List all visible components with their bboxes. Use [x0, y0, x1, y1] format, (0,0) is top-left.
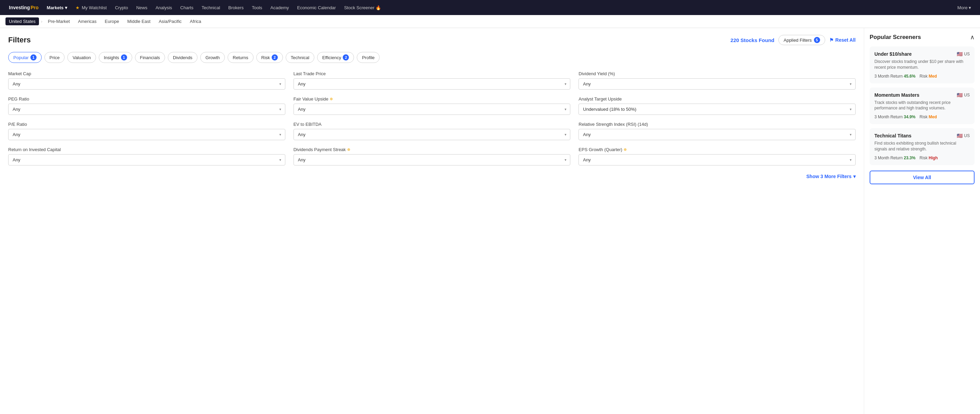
- filter-market-cap-label: Market Cap: [8, 71, 285, 76]
- tab-technical[interactable]: Technical: [286, 52, 314, 63]
- tab-risk-label: Risk: [261, 55, 270, 60]
- filter-pe-ratio-label: P/E Ratio: [8, 122, 285, 127]
- sub-nav: United States › Pre-Market Americas Euro…: [0, 15, 980, 28]
- applied-filters-badge: 5: [814, 37, 820, 43]
- dividends-streak-pro-icon: ⊕: [347, 147, 350, 152]
- applied-filters-label: Applied Filters: [784, 38, 811, 43]
- filter-ev-ebitda-select[interactable]: Any: [294, 129, 571, 140]
- tab-efficiency[interactable]: Efficiency 2: [317, 52, 354, 63]
- filter-dividends-streak-select[interactable]: Any: [294, 154, 571, 166]
- filter-last-trade-price-label: Last Trade Price: [294, 71, 571, 76]
- filter-eps-growth-quarter-label: EPS Growth (Quarter) ⊕: [579, 147, 856, 152]
- screener-under-10-header: Under $10/share 🇺🇸 US: [874, 51, 970, 57]
- subnav-africa[interactable]: Africa: [186, 18, 205, 25]
- filter-dividend-yield: Dividend Yield (%) Any: [579, 71, 856, 89]
- screener-momentum-risk-value: Med: [929, 115, 937, 119]
- filter-pe-ratio-wrapper: Any: [8, 129, 285, 140]
- nav-more[interactable]: More ▾: [954, 3, 975, 12]
- nav-technical[interactable]: Technical: [198, 3, 223, 12]
- main-layout: Filters 220 Stocks Found Applied Filters…: [0, 28, 980, 414]
- screener-momentum-name[interactable]: Momentum Masters: [874, 92, 919, 98]
- screener-under-10-region-label: US: [964, 52, 970, 56]
- screener-technical-titans-name[interactable]: Technical Titans: [874, 133, 911, 139]
- nav-economic-calendar[interactable]: Economic Calendar: [294, 3, 339, 12]
- tab-profile-label: Profile: [362, 55, 374, 60]
- tab-growth[interactable]: Growth: [200, 52, 225, 63]
- subnav-united-states[interactable]: United States: [5, 18, 39, 25]
- tab-financials[interactable]: Financials: [135, 52, 165, 63]
- filter-tabs: Popular 1 Price Valuation Insights 1 Fin…: [8, 52, 856, 63]
- view-all-button[interactable]: View All: [870, 170, 975, 184]
- screener-technical-titans-region: 🇺🇸 US: [957, 133, 970, 139]
- filters-meta: 220 Stocks Found Applied Filters 5 ⚑ Res…: [730, 35, 856, 45]
- filter-eps-growth-quarter-select[interactable]: Any: [579, 154, 856, 166]
- filter-fair-value-upside-select[interactable]: Any: [294, 104, 571, 115]
- screener-technical-titans-region-label: US: [964, 133, 970, 138]
- filter-eps-growth-quarter-wrapper: Any: [579, 154, 856, 166]
- subnav-asia-pacific[interactable]: Asia/Pacific: [155, 18, 185, 25]
- tab-financials-label: Financials: [140, 55, 160, 60]
- nav-markets[interactable]: Markets ▾: [43, 3, 71, 12]
- tab-profile[interactable]: Profile: [357, 52, 380, 63]
- screener-card-under-10: Under $10/share 🇺🇸 US Discover stocks tr…: [870, 46, 975, 83]
- filter-dividends-streak-label: Dividends Payment Streak ⊕: [294, 147, 571, 152]
- filter-peg-ratio-label: PEG Ratio: [8, 96, 285, 102]
- reset-all-button[interactable]: ⚑ Reset All: [829, 37, 856, 43]
- filter-last-trade-price-select[interactable]: Any: [294, 78, 571, 89]
- screener-under-10-risk: Risk Med: [920, 74, 937, 79]
- tab-valuation[interactable]: Valuation: [67, 52, 95, 63]
- screener-momentum-region: 🇺🇸 US: [957, 92, 970, 98]
- filter-ev-ebitda: EV to EBITDA Any: [294, 122, 571, 140]
- screener-technical-titans-risk-value: High: [929, 156, 938, 160]
- tab-insights[interactable]: Insights 1: [99, 52, 132, 63]
- nav-analysis[interactable]: Analysis: [152, 3, 175, 12]
- filter-roic-wrapper: Any: [8, 154, 285, 166]
- filter-dividend-yield-wrapper: Any: [579, 78, 856, 89]
- screener-card-momentum: Momentum Masters 🇺🇸 US Track stocks with…: [870, 88, 975, 124]
- subnav-americas[interactable]: Americas: [75, 18, 100, 25]
- screener-momentum-return-value: 34.9%: [904, 115, 915, 119]
- filter-roic-select[interactable]: Any: [8, 154, 285, 166]
- brand-logo[interactable]: InvestingPro: [5, 3, 42, 12]
- nav-stock-screener[interactable]: Stock Screener 🔥: [340, 3, 385, 12]
- nav-news[interactable]: News: [133, 3, 151, 12]
- filter-ev-ebitda-wrapper: Any: [294, 129, 571, 140]
- tab-popular[interactable]: Popular 1: [8, 52, 42, 63]
- screener-technical-titans-flag: 🇺🇸: [957, 133, 963, 139]
- filter-analyst-target-upside-wrapper: Undervalued (18% to 50%): [579, 104, 856, 115]
- filter-dividend-yield-select[interactable]: Any: [579, 78, 856, 89]
- tab-dividends-label: Dividends: [173, 55, 192, 60]
- nav-crypto[interactable]: Crypto: [111, 3, 131, 12]
- applied-filters-button[interactable]: Applied Filters 5: [778, 35, 825, 45]
- filter-market-cap-select[interactable]: Any: [8, 78, 285, 89]
- stocks-found[interactable]: 220 Stocks Found: [730, 37, 774, 43]
- tab-risk[interactable]: Risk 2: [256, 52, 283, 63]
- filter-analyst-target-upside-select[interactable]: Undervalued (18% to 50%): [579, 104, 856, 115]
- filter-analyst-target-upside: Analyst Target Upside Undervalued (18% t…: [579, 96, 856, 115]
- tab-efficiency-badge: 2: [343, 54, 349, 61]
- nav-tools[interactable]: Tools: [248, 3, 266, 12]
- screener-under-10-name[interactable]: Under $10/share: [874, 51, 912, 57]
- filter-rsi-select[interactable]: Any: [579, 129, 856, 140]
- tab-returns[interactable]: Returns: [228, 52, 253, 63]
- filter-fair-value-upside-label: Fair Value Upside ⊕: [294, 96, 571, 102]
- tab-popular-badge: 1: [30, 54, 37, 61]
- show-more-filters-button[interactable]: Show 3 More Filters ▾: [807, 174, 856, 179]
- filter-rsi: Relative Strength Index (RSI) (14d) Any: [579, 122, 856, 140]
- nav-charts[interactable]: Charts: [177, 3, 197, 12]
- filter-pe-ratio-select[interactable]: Any: [8, 129, 285, 140]
- filter-peg-ratio-select[interactable]: Any: [8, 104, 285, 115]
- nav-academy[interactable]: Academy: [267, 3, 292, 12]
- subnav-sep: ›: [41, 19, 42, 24]
- filter-peg-ratio: PEG Ratio Any: [8, 96, 285, 115]
- nav-brokers[interactable]: Brokers: [225, 3, 247, 12]
- tab-insights-label: Insights: [104, 55, 119, 60]
- subnav-europe[interactable]: Europe: [102, 18, 123, 25]
- tab-valuation-label: Valuation: [72, 55, 91, 60]
- tab-dividends[interactable]: Dividends: [168, 52, 197, 63]
- tab-price[interactable]: Price: [45, 52, 65, 63]
- sidebar-collapse-button[interactable]: ∧: [970, 33, 975, 41]
- subnav-pre-market[interactable]: Pre-Market: [45, 18, 73, 25]
- subnav-middle-east[interactable]: Middle East: [124, 18, 154, 25]
- nav-watchlist[interactable]: ★ My Watchlist: [72, 3, 110, 12]
